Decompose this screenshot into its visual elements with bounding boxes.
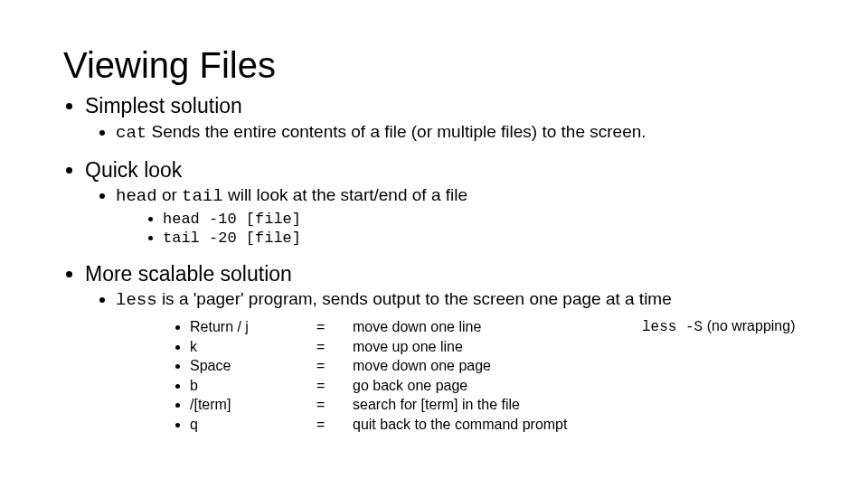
key-desc: move up one line	[353, 337, 606, 357]
note-less-s: less -S (no wrapping)	[642, 317, 796, 336]
cmd-cat: cat	[116, 123, 146, 143]
eq: =	[316, 376, 353, 396]
section-heading: More scalable solution	[85, 262, 292, 286]
key-item: q	[190, 415, 316, 435]
less-desc: is a 'pager' program, sends output to th…	[157, 289, 672, 308]
keys-column: Return / j k Space b /[term] q	[170, 317, 316, 435]
slide: Viewing Files Simplest solution cat Send…	[0, 0, 868, 474]
eq: =	[316, 356, 353, 376]
cat-line: cat Sends the entire contents of a file …	[116, 121, 805, 145]
cmd-head: head	[116, 186, 157, 206]
text-or: or	[157, 185, 182, 204]
eq: =	[316, 395, 353, 415]
key-desc: go back one page	[353, 376, 606, 396]
cmd-tail: tail	[182, 186, 223, 206]
cat-desc: Sends the entire contents of a file (or …	[146, 122, 646, 141]
equals-column: = = = = = =	[316, 317, 353, 435]
section-heading: Quick look	[85, 158, 182, 182]
cmd-less: less	[116, 290, 157, 310]
eq: =	[316, 337, 353, 357]
section-heading: Simplest solution	[85, 94, 242, 117]
note-text: (no wrapping)	[703, 318, 795, 333]
slide-title: Viewing Files	[63, 45, 805, 86]
key-item: Space	[190, 356, 316, 376]
desc-column: move down one line move up one line move…	[353, 317, 606, 435]
head-tail-desc: will look at the start/end of a file	[223, 185, 467, 204]
key-item: Return / j	[190, 317, 316, 337]
key-item: /[term]	[190, 395, 316, 415]
key-desc: move down one line	[353, 317, 606, 337]
key-desc: search for [term] in the file	[353, 395, 606, 415]
eq: =	[316, 317, 353, 337]
key-item: k	[190, 337, 316, 357]
example-head: head -10 [file]	[163, 210, 805, 229]
cmd-less-s: less -S	[642, 319, 703, 335]
section-quick-look: Quick look head or tail will look at the…	[85, 157, 805, 249]
head-tail-line: head or tail will look at the start/end …	[116, 184, 805, 248]
key-desc: quit back to the command prompt	[353, 415, 606, 435]
key-item: b	[190, 376, 316, 396]
less-line: less is a 'pager' program, sends output …	[116, 288, 805, 434]
section-scalable: More scalable solution less is a 'pager'…	[85, 261, 805, 435]
example-tail: tail -20 [file]	[163, 229, 805, 248]
eq: =	[316, 415, 353, 435]
key-desc: move down one page	[353, 356, 606, 376]
section-simplest: Simplest solution cat Sends the entire c…	[85, 93, 805, 145]
bullet-list: Simplest solution cat Sends the entire c…	[63, 93, 805, 435]
keys-block: Return / j k Space b /[term] q = = = =	[170, 317, 805, 435]
